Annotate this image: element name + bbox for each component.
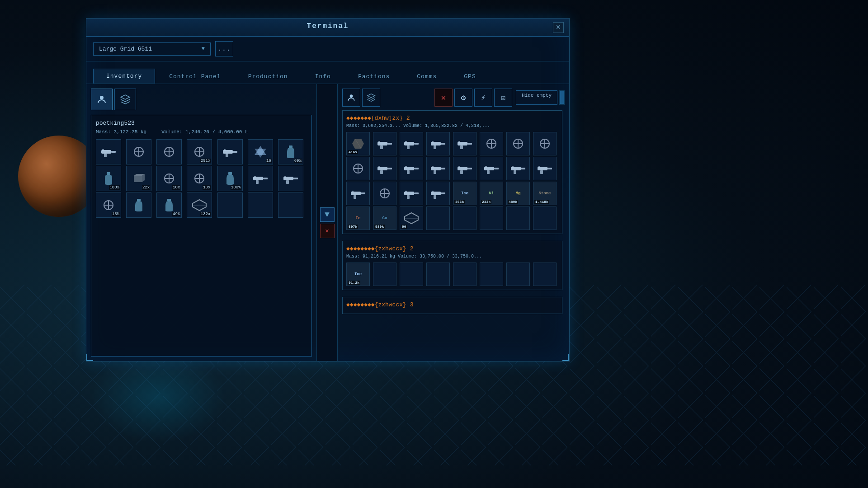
tab-control-panel[interactable]: Control Panel	[156, 69, 234, 84]
close-filter-button[interactable]: ✕	[434, 89, 453, 107]
person-filter-button[interactable]	[91, 89, 113, 110]
container-item-slot[interactable]	[506, 263, 530, 286]
container-item-slot[interactable]	[400, 132, 423, 155]
left-item-slot[interactable]: 100%	[96, 166, 121, 191]
left-item-slot[interactable]	[248, 166, 273, 191]
container-item-slot[interactable]	[453, 206, 476, 230]
left-item-slot[interactable]: 49%	[156, 192, 182, 218]
tab-gps[interactable]: GPS	[451, 69, 489, 84]
container-item-slot[interactable]	[533, 206, 557, 230]
left-item-slot[interactable]	[278, 192, 303, 218]
container-item-slot[interactable]	[373, 132, 396, 155]
left-item-slot[interactable]	[156, 139, 182, 164]
grid-selector-value: Large Grid 6511	[99, 46, 202, 52]
container-item-slot[interactable]	[506, 157, 530, 180]
tab-inventory[interactable]: Inventory	[93, 69, 155, 84]
left-item-slot[interactable]: 15%	[96, 192, 121, 218]
container-item-slot[interactable]	[533, 157, 557, 180]
container-item-slot[interactable]	[480, 263, 503, 286]
terminal-title: Terminal	[307, 22, 349, 30]
svg-rect-95	[494, 168, 499, 169]
svg-rect-51	[387, 143, 392, 145]
tab-comms[interactable]: Comms	[404, 69, 450, 84]
container-item-slot[interactable]	[480, 132, 503, 155]
container-item-slot[interactable]	[480, 157, 503, 180]
cube-filter-button[interactable]	[114, 89, 136, 110]
left-item-slot[interactable]: 132x	[187, 192, 212, 218]
container-block: ◆◆◆◆◆◆◆◆{zxhwccx} 3	[342, 297, 562, 314]
container-item-slot[interactable]	[506, 132, 530, 155]
left-inventory-panel: poetking523 Mass: 3,122.35 kg Volume: 1,…	[86, 84, 317, 361]
container-item-slot[interactable]	[400, 157, 423, 180]
svg-rect-101	[512, 166, 514, 168]
svg-rect-93	[458, 166, 460, 168]
transfer-down-button[interactable]: ▼	[320, 207, 335, 222]
left-item-slot[interactable]	[278, 166, 303, 191]
container-item-slot[interactable]	[426, 263, 450, 286]
container-item-slot[interactable]	[453, 132, 476, 155]
left-item-slot[interactable]: 291x	[187, 139, 212, 164]
left-item-slot[interactable]	[217, 139, 243, 164]
container-item-slot[interactable]	[426, 206, 450, 230]
gear-settings-button[interactable]: ⚙	[454, 89, 472, 107]
tab-factions[interactable]: Factions	[345, 69, 403, 84]
left-item-slot[interactable]	[96, 139, 121, 164]
container-name: ◆◆◆◆◆◆◆◆{zxhwccx} 2	[346, 245, 558, 252]
container-item-slot[interactable]	[426, 132, 450, 155]
right-inventory-scroll[interactable]: ◆◆◆◆◆◆◆{dxhwjzx} 2Mass: 3,692,254.3... V…	[342, 110, 565, 357]
svg-rect-118	[441, 192, 445, 194]
container-item-slot[interactable]	[533, 132, 557, 155]
menu-button[interactable]: ...	[215, 41, 233, 56]
container-item-slot[interactable]	[453, 157, 476, 180]
container-item-slot[interactable]: Mg 489k	[506, 182, 530, 205]
container-item-slot[interactable]	[400, 263, 423, 286]
left-item-slot[interactable]: 10x	[156, 166, 182, 191]
container-item-slot[interactable]	[426, 182, 450, 205]
container-item-slot[interactable]	[506, 206, 530, 230]
container-item-slot[interactable]	[373, 182, 396, 205]
right-cube-filter[interactable]	[362, 89, 380, 107]
container-item-slot[interactable]	[346, 182, 370, 205]
left-item-slot[interactable]	[217, 192, 243, 218]
hide-empty-button[interactable]: Hide empty	[516, 90, 557, 105]
svg-rect-88	[434, 170, 436, 174]
tab-production[interactable]: Production	[235, 69, 301, 84]
left-item-slot[interactable]: 69%	[278, 139, 303, 164]
container-item-slot[interactable]: 416x	[346, 132, 370, 155]
container-item-slot[interactable]: Ni 233k	[480, 182, 503, 205]
check-button[interactable]: ☑	[494, 89, 512, 107]
grid-selector-dropdown[interactable]: Large Grid 6511 ▼	[93, 42, 211, 56]
svg-rect-21	[107, 172, 110, 175]
container-item-slot[interactable]: Ice 91.2k	[346, 263, 370, 286]
container-item-slot[interactable]	[400, 182, 423, 205]
container-item-slot[interactable]	[426, 157, 450, 180]
container-item-slot[interactable]: Ice 356k	[453, 182, 476, 205]
container-item-slot[interactable]: 90	[400, 206, 423, 230]
container-item-slot[interactable]	[373, 263, 396, 286]
container-item-slot[interactable]	[533, 263, 557, 286]
left-item-slot[interactable]: 10x	[187, 166, 212, 191]
svg-rect-55	[414, 143, 419, 145]
transfer-cancel-button[interactable]: ✕	[320, 224, 335, 238]
close-button[interactable]: ×	[553, 22, 564, 33]
container-item-slot[interactable]	[453, 263, 476, 286]
container-item-slot[interactable]: Fe 597k	[346, 206, 370, 230]
left-item-slot[interactable]	[126, 192, 151, 218]
svg-rect-31	[228, 172, 232, 175]
left-item-slot[interactable]	[126, 139, 151, 164]
lightning-button[interactable]: ⚡	[474, 89, 492, 107]
svg-rect-91	[467, 168, 472, 169]
left-item-slot[interactable]: 22x	[126, 166, 151, 191]
tab-info[interactable]: Info	[302, 69, 344, 84]
container-item-slot[interactable]	[346, 157, 370, 180]
svg-rect-105	[538, 166, 540, 168]
container-item-slot[interactable]: Co 589k	[373, 206, 396, 230]
right-person-filter[interactable]	[342, 89, 360, 107]
left-item-slot[interactable]: 100%	[217, 166, 243, 191]
left-item-slot[interactable]	[248, 192, 273, 218]
container-item-slot[interactable]	[480, 206, 503, 230]
container-item-slot[interactable]: Stone 1,418k	[533, 182, 557, 205]
svg-rect-4	[102, 149, 104, 151]
left-item-slot[interactable]: 16	[248, 139, 273, 164]
container-item-slot[interactable]	[373, 157, 396, 180]
